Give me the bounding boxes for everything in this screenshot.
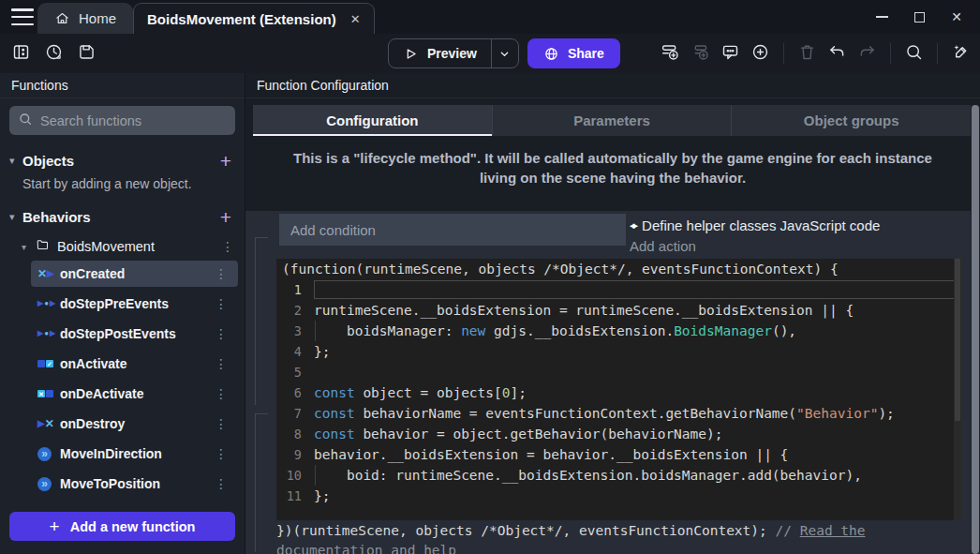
save-button[interactable] <box>73 40 100 67</box>
tab-home[interactable]: Home <box>37 3 133 34</box>
add-object-button[interactable]: + <box>216 151 235 171</box>
add-comment-button[interactable] <box>717 40 744 67</box>
context-menu-icon[interactable]: ⋮ <box>215 239 245 254</box>
edit-extension-icon <box>951 42 971 65</box>
function-item-doStepPostEvents[interactable]: ▶●▶doStepPostEvents⋮ <box>31 321 238 347</box>
config-tabbar: ConfigurationParametersObject groups <box>253 105 971 136</box>
add-comment-icon <box>720 42 740 65</box>
function-list: ✕▶onCreated⋮▶●▶doStepPreEvents⋮▶●▶doStep… <box>0 261 245 501</box>
main-toolbar: Preview Share <box>0 34 980 73</box>
search-functions-box[interactable] <box>9 106 235 135</box>
context-menu-icon[interactable]: ⋮ <box>209 476 238 491</box>
add-action-button[interactable]: Add action <box>630 238 967 254</box>
tab-boidsmovement-extension[interactable]: BoidsMovement (Extension) ✕ <box>133 3 375 34</box>
context-menu-icon[interactable]: ⋮ <box>209 356 238 371</box>
events-editor: Add condition ◂▸ Define helper classes J… <box>245 211 971 554</box>
tab-configuration[interactable]: Configuration <box>253 105 492 136</box>
gear-function-icon: » <box>37 477 60 491</box>
function-item-onCreated[interactable]: ✕▶onCreated⋮ <box>31 261 238 287</box>
project-panels-button[interactable] <box>7 40 35 67</box>
gdevelop-window: Home BoidsMovement (Extension) ✕ ✕ Previ… <box>0 0 980 554</box>
context-menu-icon[interactable]: ⋮ <box>209 296 238 311</box>
close-tab-icon[interactable]: ✕ <box>350 12 361 26</box>
function-item-onActivate[interactable]: ✓onActivate⋮ <box>31 351 238 377</box>
preview-label: Preview <box>427 46 477 61</box>
js-event-title[interactable]: ◂▸ Define helper classes JavaScript code <box>630 217 967 233</box>
line-number: 4 <box>276 341 314 362</box>
tab-parameters[interactable]: Parameters <box>492 105 732 136</box>
editor-scrollbar[interactable] <box>954 259 961 520</box>
history-button[interactable] <box>40 40 67 67</box>
context-menu-icon[interactable]: ⋮ <box>209 386 238 401</box>
objects-empty-text: Start by adding a new object. <box>0 173 245 191</box>
project-panels-icon <box>11 42 31 65</box>
trash-button <box>794 40 821 67</box>
undo-icon <box>827 42 847 65</box>
minimize-button[interactable] <box>868 4 896 30</box>
event-drag-handle[interactable] <box>255 237 256 405</box>
menu-icon[interactable] <box>11 8 34 25</box>
scrollbar-thumb[interactable] <box>972 105 979 554</box>
function-item-doStepPreEvents[interactable]: ▶●▶doStepPreEvents⋮ <box>31 291 238 317</box>
add-function-button[interactable]: + Add a new function <box>9 512 235 541</box>
js-code-editor[interactable]: (function(runtimeScene, objects /*Object… <box>276 259 961 520</box>
collapse-arrow-icon[interactable]: ▾ <box>9 211 22 223</box>
tab-home-label: Home <box>79 10 116 26</box>
destroy-icon: ▶✕ <box>37 418 60 429</box>
panel-scrollbar[interactable] <box>971 105 980 554</box>
add-event-button[interactable] <box>657 40 684 67</box>
event-drag-handle[interactable] <box>255 413 256 552</box>
toolbar-left-group <box>7 40 100 67</box>
objects-section-header[interactable]: ▾ Objects + <box>0 147 245 173</box>
context-menu-icon[interactable]: ⋮ <box>209 266 238 281</box>
function-item-onDestroy[interactable]: ▶✕onDestroy⋮ <box>31 411 238 437</box>
code-header-line: (function(runtimeScene, objects /*Object… <box>276 259 961 279</box>
close-window-button[interactable]: ✕ <box>943 4 971 30</box>
line-number: 2 <box>276 300 314 321</box>
collapse-arrow-icon[interactable]: ▾ <box>22 242 36 252</box>
history-icon <box>44 42 64 65</box>
line-number: 10 <box>276 465 314 486</box>
tab-boidsmovement-label: BoidsMovement (Extension) <box>147 11 336 27</box>
chevron-down-icon[interactable] <box>492 47 518 61</box>
search-button[interactable] <box>900 40 928 67</box>
play-icon <box>403 46 419 62</box>
behavior-group-boidsmovement[interactable]: ▾ BoidsMovement ⋮ <box>0 234 245 259</box>
add-event-icon <box>661 42 680 65</box>
redo-button <box>854 40 881 67</box>
edit-extension-button[interactable] <box>947 40 974 67</box>
config-panel-header: Function Configuration <box>245 73 980 98</box>
function-item-onDeActivate[interactable]: ✕onDeActivate⋮ <box>31 381 238 407</box>
share-button[interactable]: Share <box>527 38 620 68</box>
redo-icon <box>857 42 877 65</box>
function-item-MoveToPosition[interactable]: »MoveToPosition⋮ <box>31 471 238 497</box>
line-number: 6 <box>276 382 314 403</box>
line-number: 11 <box>276 486 314 506</box>
line-number: 5 <box>276 362 314 382</box>
activate-toggle-icon: ✓ <box>37 360 60 367</box>
add-behavior-button[interactable]: + <box>216 207 235 227</box>
collapse-arrow-icon[interactable]: ▾ <box>9 155 22 167</box>
title-bar: Home BoidsMovement (Extension) ✕ ✕ <box>0 0 980 34</box>
functions-panel: Functions ▾ Objects + Start by adding a … <box>0 73 245 554</box>
code-line-5: 5 <box>276 362 961 382</box>
context-menu-icon[interactable]: ⋮ <box>209 326 238 341</box>
maximize-button[interactable] <box>905 4 933 30</box>
search-icon <box>904 42 924 65</box>
tab-object-groups[interactable]: Object groups <box>731 105 971 136</box>
action-column: ◂▸ Define helper classes JavaScript code… <box>630 217 967 254</box>
undo-button[interactable] <box>824 40 851 67</box>
function-item-MoveInDirection[interactable]: »MoveInDirection⋮ <box>31 441 238 467</box>
gear-function-icon: » <box>37 447 60 461</box>
context-menu-icon[interactable]: ⋮ <box>209 416 238 431</box>
code-lines: 12runtimeScene.__boidsExtension = runtim… <box>276 279 961 506</box>
line-number: 9 <box>276 444 314 465</box>
behaviors-section-header[interactable]: ▾ Behaviors + <box>0 203 245 230</box>
preview-button[interactable]: Preview <box>388 38 519 68</box>
context-menu-icon[interactable]: ⋮ <box>209 446 238 461</box>
search-functions-input[interactable] <box>40 113 227 128</box>
add-circle-button[interactable] <box>747 40 774 67</box>
step-events-icon: ▶●▶ <box>37 300 60 307</box>
add-condition-button[interactable]: Add condition <box>279 214 626 246</box>
code-line-10: 10 boid: runtimeScene.__boidsExtension.b… <box>276 465 961 486</box>
